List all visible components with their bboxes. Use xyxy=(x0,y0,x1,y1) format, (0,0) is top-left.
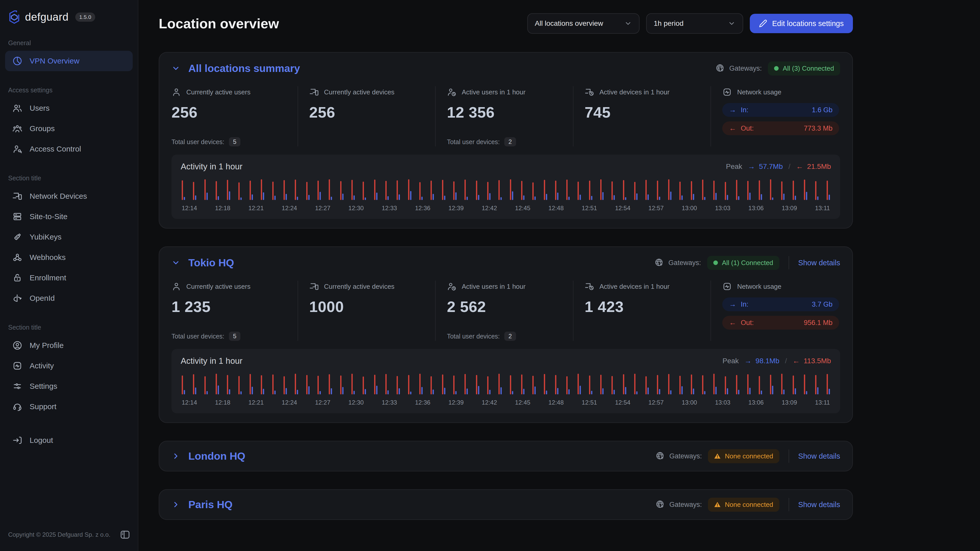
card-header-right: Gateways: All (1) Connected Show details xyxy=(654,256,840,270)
sidebar-item-vpn-overview[interactable]: VPN Overview xyxy=(5,51,133,71)
bar-pair xyxy=(329,373,332,394)
bar-out xyxy=(521,375,522,394)
bar-out xyxy=(634,374,635,394)
sidebar-item-webhooks[interactable]: Webhooks xyxy=(5,247,133,268)
bar-out xyxy=(532,376,534,394)
status-dot-icon xyxy=(713,260,718,265)
sidebar-item-logout[interactable]: Logout xyxy=(5,430,133,451)
bar-in xyxy=(579,195,581,200)
sidebar-item-label: OpenId xyxy=(30,294,55,303)
copyright-text: Copyright © 2025 Defguard Sp. z o.o. xyxy=(8,531,119,538)
bar-in xyxy=(693,194,694,200)
main-content: Location overview All locations overview… xyxy=(138,0,980,551)
sliders-icon xyxy=(12,381,22,391)
bar-pair xyxy=(295,179,298,200)
bar-out xyxy=(657,181,658,200)
bar-pair xyxy=(374,373,377,394)
activity-bar-chart xyxy=(181,179,831,200)
sidebar-item-label: Settings xyxy=(30,382,57,391)
bar-pair xyxy=(815,179,818,200)
bar-out xyxy=(318,181,319,200)
sidebar-item-settings[interactable]: Settings xyxy=(5,376,133,396)
header-divider xyxy=(789,256,789,269)
expand-card-chevron-icon[interactable] xyxy=(172,500,180,509)
bar-out xyxy=(465,374,466,394)
peak-separator: / xyxy=(785,357,787,365)
edit-locations-settings-button[interactable]: Edit locations settings xyxy=(750,14,853,33)
sidebar-item-support[interactable]: Support xyxy=(5,396,133,417)
bar-pair xyxy=(646,373,649,394)
sidebar-item-my-profile[interactable]: My Profile xyxy=(5,335,133,356)
bar-pair xyxy=(623,179,626,200)
time-tick-label: 13:11 xyxy=(815,205,830,212)
bar-pair xyxy=(227,373,230,394)
period-select[interactable]: 1h period xyxy=(646,13,743,34)
bar-in xyxy=(286,194,287,200)
stat-currently-active-users: Currently active users 1 235 Total user … xyxy=(172,281,298,341)
stat-currently-active-devices: Currently active devices 256 xyxy=(298,86,436,146)
bar-pair xyxy=(216,373,219,394)
bar-pair xyxy=(532,373,536,394)
sidebar-item-site-to-site[interactable]: Site-to-Site xyxy=(5,206,133,227)
chart-time-axis: 12:1412:1812:2112:2412:2712:3012:3312:36… xyxy=(181,205,831,214)
sidebar-item-activity[interactable]: Activity xyxy=(5,356,133,376)
bar-in xyxy=(795,196,796,200)
sidebar-item-users[interactable]: Users xyxy=(5,98,133,118)
bar-in xyxy=(195,195,196,200)
user-clock-icon xyxy=(447,87,457,97)
bar-in xyxy=(817,197,818,200)
sidebar-item-enrollment[interactable]: Enrollment xyxy=(5,268,133,288)
page-title: Location overview xyxy=(159,16,279,32)
activity-header: Activity in 1 hour Peak → 98.1Mb / ← 113… xyxy=(181,356,831,366)
sidebar-item-openid[interactable]: OpenId xyxy=(5,288,133,308)
sidebar-item-network-devices[interactable]: Network Devices xyxy=(5,186,133,206)
bar-out xyxy=(272,375,274,394)
bar-pair xyxy=(713,373,717,394)
bar-out xyxy=(544,374,545,394)
show-details-link[interactable]: Show details xyxy=(798,500,840,509)
expand-card-chevron-icon[interactable] xyxy=(172,452,180,460)
sidebar-item-label: Activity xyxy=(30,362,54,370)
bar-in xyxy=(478,195,479,200)
show-details-link[interactable]: Show details xyxy=(798,452,840,460)
bar-pair xyxy=(793,179,796,200)
bar-out xyxy=(340,181,342,200)
collapse-card-chevron-icon[interactable] xyxy=(172,259,180,267)
logo-row: defguard 1.5.0 xyxy=(0,0,138,24)
bar-out xyxy=(781,374,783,394)
bar-out xyxy=(239,183,240,200)
sidebar-item-access-control[interactable]: Access Control xyxy=(5,139,133,159)
bar-in xyxy=(218,386,219,394)
bar-pair xyxy=(521,373,525,394)
bar-pair xyxy=(419,373,423,394)
stat-label: Currently active users xyxy=(172,87,288,97)
bar-in xyxy=(399,194,400,200)
sidebar-item-groups[interactable]: Groups xyxy=(5,118,133,139)
bar-out xyxy=(306,375,307,394)
bar-in xyxy=(670,390,671,394)
show-details-link[interactable]: Show details xyxy=(798,259,840,267)
sidebar-collapse-icon[interactable] xyxy=(119,529,130,540)
network-icon xyxy=(722,282,732,291)
chevron-down-icon xyxy=(728,20,735,27)
bar-out xyxy=(250,181,251,200)
bar-pair xyxy=(385,373,389,394)
bar-pair xyxy=(374,179,377,200)
bar-pair xyxy=(657,179,660,200)
bar-out xyxy=(476,375,477,394)
collapse-card-chevron-icon[interactable] xyxy=(172,64,180,73)
chevron-down-icon xyxy=(624,20,632,27)
bar-out xyxy=(431,376,432,394)
bar-pair xyxy=(532,179,536,200)
bar-pair xyxy=(725,373,728,394)
bar-pair xyxy=(408,373,411,394)
bar-in xyxy=(512,191,513,200)
sidebar-item-yubikeys[interactable]: YubiKeys xyxy=(5,227,133,247)
bar-in xyxy=(636,391,638,394)
users-icon xyxy=(12,103,22,113)
bar-pair xyxy=(498,373,502,394)
bar-pair xyxy=(691,179,694,200)
header-controls: All locations overview 1h period Edit lo… xyxy=(527,13,853,34)
bar-out xyxy=(725,182,726,200)
location-filter-select[interactable]: All locations overview xyxy=(527,13,640,34)
